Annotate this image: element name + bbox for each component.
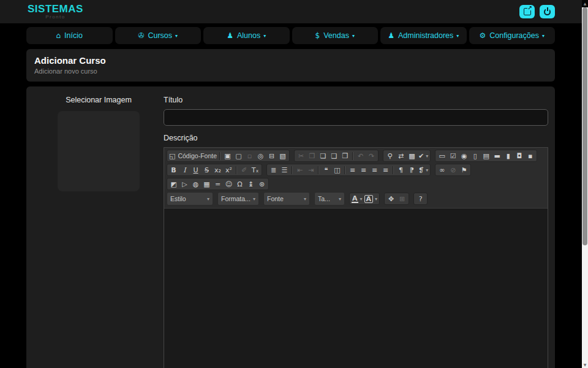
form-button[interactable]: ▭ xyxy=(437,151,447,161)
source-button[interactable]: ◱Código-Fonte xyxy=(168,151,217,161)
copy-formatting-button[interactable]: ✐ xyxy=(239,165,249,175)
underline-button[interactable]: U xyxy=(190,165,201,175)
background-color-button[interactable]: A▾ xyxy=(364,194,379,204)
spell-check-button[interactable]: ✔▾ xyxy=(418,151,429,161)
scroll-up-arrow-icon[interactable]: ▲ xyxy=(582,0,588,7)
page-break-button[interactable]: ↨ xyxy=(246,179,256,189)
paste-button[interactable]: ❏ xyxy=(318,151,328,161)
special-char-button[interactable]: Ω xyxy=(235,179,245,189)
justify-left-button[interactable]: ≡ xyxy=(347,165,358,175)
language-button[interactable]: ❡▾ xyxy=(418,165,429,175)
undo-button[interactable]: ↶ xyxy=(355,151,366,161)
doc-props-button[interactable]: ▫ xyxy=(244,151,255,161)
select-all-button[interactable]: ▩ xyxy=(407,151,417,161)
italic-button[interactable]: I xyxy=(179,165,190,175)
font-select[interactable]: Fonte▾ xyxy=(263,192,310,205)
font-size-select[interactable]: Ta...▾ xyxy=(314,192,345,205)
nav-item-label: Cursos xyxy=(148,31,172,40)
paste-word-button[interactable]: ❒ xyxy=(340,151,350,161)
print-button[interactable]: ⊟ xyxy=(266,151,277,161)
nav-item-cursos[interactable]: ✇Cursos▾ xyxy=(115,27,202,44)
page-break-icon: ↨ xyxy=(248,181,254,188)
remove-format-button[interactable]: Tₓ xyxy=(250,165,260,175)
text-color-button[interactable]: A▾ xyxy=(351,194,363,204)
radio-button[interactable]: ◉ xyxy=(459,151,469,161)
scrollbar-thumb[interactable] xyxy=(582,7,587,245)
justify-center-button[interactable]: ≡ xyxy=(358,165,369,175)
unlink-button[interactable]: ⊘ xyxy=(448,165,458,175)
nav-item-administradores[interactable]: ♟Administradores▾ xyxy=(380,27,467,44)
title-input[interactable] xyxy=(164,109,548,126)
show-blocks-button[interactable]: ⊞ xyxy=(397,194,407,204)
bulleted-list-icon: ☰ xyxy=(282,167,288,174)
save-button[interactable]: ▣ xyxy=(222,151,233,161)
replace-button[interactable]: ⇄ xyxy=(396,151,406,161)
outdent-button[interactable]: ⇤ xyxy=(295,165,305,175)
page-scrollbar[interactable]: ▲ ▼ xyxy=(582,0,588,368)
bold-button[interactable]: B xyxy=(168,165,179,175)
open-external-button[interactable]: ↗ xyxy=(519,5,535,18)
textarea-button[interactable]: ▤ xyxy=(481,151,491,161)
nav-item-configuracoes[interactable]: ⚙Configurações▾ xyxy=(469,27,556,44)
horizontal-rule-button[interactable]: ═ xyxy=(213,179,223,189)
checkbox-button[interactable]: ☑ xyxy=(448,151,458,161)
numbered-list-icon: ≣ xyxy=(271,167,276,174)
button-button[interactable]: ▮ xyxy=(503,151,513,161)
blockquote-button[interactable]: ❝ xyxy=(321,165,331,175)
maximize-icon: ✥ xyxy=(388,196,394,202)
link-button[interactable]: ∞ xyxy=(437,165,447,175)
iframe-button[interactable]: ⊛ xyxy=(257,179,267,189)
templates-button[interactable]: ▧ xyxy=(277,151,288,161)
form-icon: ▭ xyxy=(439,153,445,159)
strikethrough-icon: S xyxy=(205,167,209,174)
toolbar-group: ✥⊞ xyxy=(384,193,409,205)
superscript-button[interactable]: x² xyxy=(224,165,234,175)
div-container-button[interactable]: ◫ xyxy=(332,165,342,175)
nav-item-vendas[interactable]: $Vendas▾ xyxy=(292,27,379,44)
numbered-list-button[interactable]: ≣ xyxy=(268,165,279,175)
nav-item-inicio[interactable]: ⌂Início xyxy=(26,27,113,44)
nav-item-alunos[interactable]: ♟Alunos▾ xyxy=(203,27,290,44)
styles-select[interactable]: Estilo▾ xyxy=(167,192,213,205)
copy-button[interactable]: ❐ xyxy=(307,151,317,161)
toolbar-group: ✂❐❏❑❒↶↷ xyxy=(294,150,379,162)
flash-button[interactable]: ◍ xyxy=(190,179,201,189)
justify-block-button[interactable]: ≡ xyxy=(380,165,391,175)
about-button[interactable]: ? xyxy=(415,194,426,204)
about-icon: ? xyxy=(419,196,423,202)
image-button-button[interactable]: ◘ xyxy=(514,151,524,161)
flash-player-button[interactable]: ▷ xyxy=(179,179,190,189)
justify-right-button[interactable]: ≡ xyxy=(369,165,380,175)
hidden-field-button[interactable]: ▪ xyxy=(525,151,535,161)
text-field-button[interactable]: ▯ xyxy=(470,151,480,161)
anchor-button[interactable]: ⚑ xyxy=(459,165,469,175)
cut-icon: ✂ xyxy=(298,153,304,159)
preview-button[interactable]: ◎ xyxy=(255,151,266,161)
bulleted-list-button[interactable]: ☰ xyxy=(279,165,290,175)
editor-content-area[interactable] xyxy=(164,209,548,368)
page-header-card: Adicionar Curso Adicionar novo curso xyxy=(26,49,555,82)
bidi-rtl-button[interactable]: ¶ xyxy=(407,165,417,175)
select-field-button[interactable]: ▬ xyxy=(492,151,502,161)
cut-button[interactable]: ✂ xyxy=(296,151,306,161)
new-page-button[interactable]: ▢ xyxy=(233,151,244,161)
paragraph-format-select[interactable]: Formata...▾ xyxy=(217,192,259,205)
image-picker[interactable] xyxy=(58,111,140,191)
redo-button[interactable]: ↷ xyxy=(366,151,377,161)
scroll-down-arrow-icon[interactable]: ▼ xyxy=(582,362,588,368)
table-button[interactable]: ▦ xyxy=(202,179,212,189)
logo[interactable]: SISTEMAS Pronto xyxy=(28,4,83,20)
image-picker-label: Selecionar Imagem xyxy=(34,96,164,104)
paste-text-button[interactable]: ❑ xyxy=(329,151,339,161)
maximize-button[interactable]: ✥ xyxy=(386,194,396,204)
bidi-ltr-button[interactable]: ¶ xyxy=(396,165,406,175)
logout-button[interactable] xyxy=(540,5,555,18)
indent-button[interactable]: ⇥ xyxy=(306,165,316,175)
image-button[interactable]: ◩ xyxy=(168,179,179,189)
strikethrough-button[interactable]: S xyxy=(202,165,212,175)
subscript-button[interactable]: x₂ xyxy=(213,165,223,175)
find-button[interactable]: ⚲ xyxy=(385,151,395,161)
smiley-button[interactable]: ☺ xyxy=(224,179,234,189)
language-icon: ❡ xyxy=(418,167,424,174)
caret-down-icon: ▾ xyxy=(263,33,266,39)
